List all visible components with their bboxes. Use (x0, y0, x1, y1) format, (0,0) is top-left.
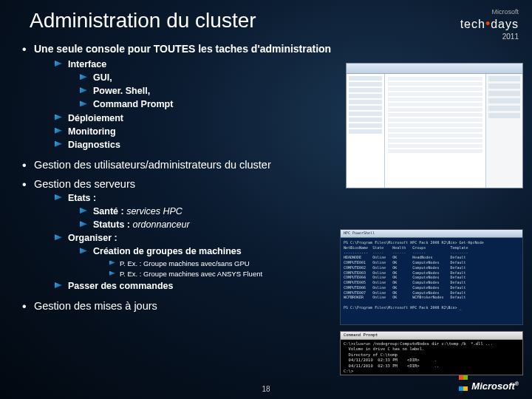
event-text: tech•days (460, 18, 519, 30)
microsoft-logo: Microsoft® (459, 371, 519, 392)
cmd-output: C:\>clusrun /nodegroup:ComputeNodes dir … (344, 341, 493, 373)
slide-title: Administration du cluster (0, 0, 532, 33)
event-year: 2011 (460, 33, 519, 41)
item-etats: Etats : Santé : services HPC Statuts : o… (55, 191, 510, 231)
bullet-head: Une seule console pour TOUTES les taches… (34, 43, 510, 55)
ps-output: PS C:\Program Files\Microsoft HPC Pack 2… (344, 240, 484, 310)
cmd-titlebar: Command Prompt (341, 332, 522, 340)
screenshot-cmd: Command PromptC:\>clusrun /nodegroup:Com… (340, 331, 523, 375)
screenshot-powershell: HPC PowerShellPS C:\Program Files\Micros… (340, 229, 523, 325)
screenshot-gui (346, 63, 523, 188)
brand-text: Microsoft (491, 8, 519, 16)
ps-titlebar: HPC PowerShell (341, 230, 522, 238)
item-sante: Santé : services HPC (80, 205, 510, 218)
ms-flag-icon (459, 371, 469, 381)
page-number: 18 (262, 385, 270, 393)
event-logo: Microsoft tech•days 2011 (460, 7, 519, 41)
